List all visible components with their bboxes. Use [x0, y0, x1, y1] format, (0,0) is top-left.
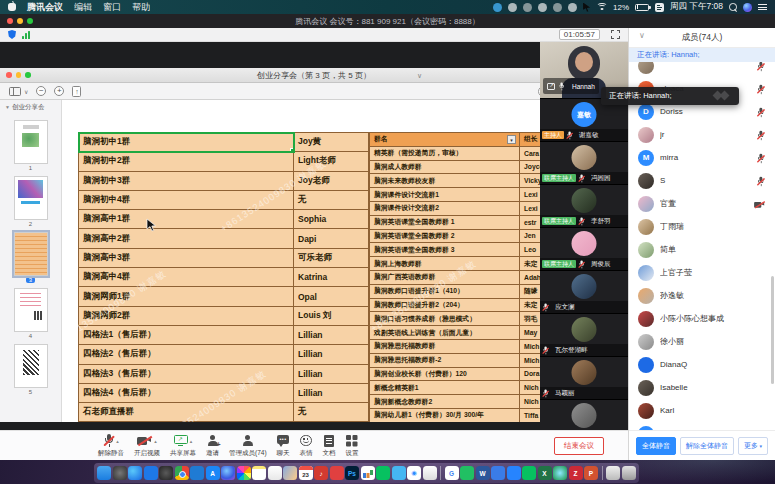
dock-icon-red-app[interactable]	[330, 466, 344, 480]
teacher-cell[interactable]: Lillian	[294, 326, 369, 345]
video-tile-partial[interactable]	[540, 399, 628, 430]
start-video-button[interactable]: ▴开启视频	[134, 434, 160, 458]
page-thumbnail-3[interactable]: 3	[0, 232, 61, 283]
group-cell[interactable]: 脑洞高中3群	[79, 249, 294, 268]
group-cell[interactable]: 脑洞高中4群	[79, 268, 294, 287]
minimize-window-button[interactable]	[17, 18, 23, 24]
dock-icon-keynote[interactable]	[190, 466, 204, 480]
dock-icon-safari[interactable]	[128, 466, 142, 480]
video-tile-1[interactable]: 联席主持人冯园园	[540, 141, 628, 184]
list-scrollbar[interactable]	[771, 276, 774, 384]
participant-row[interactable]: 丁雨瑞	[629, 215, 775, 238]
group-cell[interactable]: 脑洞高中1群	[79, 210, 294, 229]
menu-clock[interactable]: 周四 下午7:08	[670, 1, 723, 13]
sidebar-toggle-chevron-icon[interactable]: ∨	[24, 88, 28, 95]
preview-minimize-button[interactable]	[16, 72, 22, 78]
manage-members-button[interactable]: 管理成员(74)	[229, 434, 267, 458]
teacher-cell[interactable]: Lillian	[294, 365, 369, 384]
dock-icon-word[interactable]: W	[476, 466, 490, 480]
dock-icon-notes[interactable]	[252, 466, 266, 480]
page-thumbnail-1[interactable]: 1	[0, 120, 61, 171]
dock-icon-qq-app[interactable]	[144, 466, 158, 480]
group-cell[interactable]: 脑洞初中1群	[79, 133, 294, 152]
page-thumbnail-5[interactable]: 5	[0, 344, 61, 395]
apple-menu-icon[interactable]	[8, 3, 16, 11]
preview-zoom-button[interactable]	[25, 72, 31, 78]
filter-dropdown-icon[interactable]: ▾	[507, 135, 516, 144]
participant-row-partial[interactable]	[629, 62, 775, 77]
group-cell[interactable]: 四格法4（售后群）	[79, 384, 294, 403]
notification-center-icon[interactable]	[758, 3, 767, 11]
dock-icon-launchpad[interactable]	[113, 466, 127, 480]
thumbnail-image-4[interactable]	[14, 288, 48, 332]
group-cell[interactable]: 四格法1（售后群）	[79, 326, 294, 345]
docs-button[interactable]: 文档	[323, 434, 336, 458]
dock-icon-siri[interactable]	[221, 466, 235, 480]
group-name-cell[interactable]: 脑洞教师口语提升群1（410）	[370, 285, 520, 299]
group-name-cell[interactable]: 新概念精英群1	[370, 381, 520, 395]
dock-icon-photos[interactable]	[237, 466, 251, 480]
share-document-button[interactable]: ↑	[72, 86, 81, 97]
zoom-out-button[interactable]: −	[36, 86, 46, 96]
input-method-icon[interactable]	[655, 3, 664, 12]
menu-item-2[interactable]: 帮助	[132, 1, 150, 14]
dock-icon-g-app[interactable]: G	[445, 466, 459, 480]
group-name-cell[interactable]: 脑洞英语课堂全国教师群 3	[370, 243, 520, 257]
group-name-cell[interactable]: 脑洞成人教师群	[370, 161, 520, 175]
dock-icon-z-app[interactable]: Z	[569, 466, 583, 480]
tray-chat-icon[interactable]	[508, 3, 517, 12]
dock-icon-calendar[interactable]: 23	[299, 466, 313, 480]
group-cell[interactable]: 石老师直播群	[79, 403, 294, 422]
siri-icon[interactable]	[743, 3, 752, 12]
teacher-cell[interactable]: 无	[294, 403, 369, 422]
tray-magnifier-icon[interactable]	[538, 3, 547, 12]
group-cell[interactable]: 四格法2（售后群）	[79, 345, 294, 364]
group-name-cell[interactable]: 脑洞课件设计交流群2	[370, 202, 520, 216]
page-thumbnail-2[interactable]: 2	[0, 176, 61, 227]
emoji-button[interactable]: 表情	[300, 434, 313, 458]
group-name-cell[interactable]: 脑洞雅思托福教师群	[370, 340, 520, 354]
video-tile-2[interactable]: 联席主持人李舒羽	[540, 184, 628, 227]
dock-icon-finder[interactable]	[97, 466, 111, 480]
group-cell[interactable]: 四格法3（售后群）	[79, 365, 294, 384]
teacher-cell[interactable]: Dapi	[294, 229, 369, 248]
network-signal-icon[interactable]	[22, 31, 30, 39]
group-name-cell[interactable]: 脑洞雅思托福教师群-2	[370, 354, 520, 368]
teacher-cell[interactable]: Louis 刘	[294, 307, 369, 326]
preview-title-chevron-icon[interactable]: ∨	[417, 72, 422, 80]
group-name-cell[interactable]: 精英群（需投递简历，审核）	[370, 147, 520, 161]
teacher-cell[interactable]: 可乐老师	[294, 249, 369, 268]
page-thumbnail-4[interactable]: 4	[0, 288, 61, 339]
teacher-cell[interactable]: Katrina	[294, 268, 369, 287]
thumbnail-image-3[interactable]	[14, 232, 48, 276]
invite-button[interactable]: +邀请	[206, 434, 219, 458]
dock-icon-excel[interactable]: X	[538, 466, 552, 480]
tray-icon-1[interactable]	[493, 3, 502, 12]
dock-icon-photoshop[interactable]: Ps	[345, 466, 359, 480]
wifi-icon[interactable]	[596, 3, 607, 11]
group-name-cell[interactable]: 脑洞上海教师群	[370, 257, 520, 271]
group-cell[interactable]: 脑洞初中3群	[79, 172, 294, 191]
security-shield-icon[interactable]	[8, 30, 16, 39]
participant-row[interactable]: 简单	[629, 238, 775, 261]
group-name-cell[interactable]: 脑洞英语课堂全国教师群 1	[370, 216, 520, 230]
participant-row[interactable]: Isabelle	[629, 376, 775, 399]
group-name-cell[interactable]: 脑洞课件设计交流群1	[370, 188, 520, 202]
window-traffic-lights[interactable]	[7, 18, 33, 24]
dock-icon-trash[interactable]	[622, 466, 636, 480]
zoom-in-button[interactable]: +	[54, 86, 64, 96]
dock-icon-tencent-meeting[interactable]: ◉	[407, 466, 421, 480]
share-screen-button[interactable]: ↗▴共享屏幕	[170, 434, 196, 458]
tray-icon-2[interactable]	[523, 3, 532, 12]
tray-camera-icon[interactable]	[553, 3, 562, 12]
dock-icon-blue-call-app[interactable]	[392, 466, 406, 480]
participant-row[interactable]: 小陈小陈心想事成	[629, 307, 775, 330]
dock-icon-photo-booth[interactable]	[159, 466, 173, 480]
group-name-cell[interactable]: 脑洞口语习惯养成群（雅思模式）	[370, 312, 520, 326]
fullscreen-icon[interactable]	[611, 30, 620, 39]
group-name-cell[interactable]: 脑洞幼儿群1（付费群）30/月 300/年	[370, 409, 520, 422]
dock-icon-app-store[interactable]: A	[206, 466, 220, 480]
video-tile-3[interactable]: 联席主持人周俊辰	[540, 227, 628, 270]
close-window-button[interactable]	[7, 18, 13, 24]
video-tile-4[interactable]: 应文澜	[540, 270, 628, 313]
